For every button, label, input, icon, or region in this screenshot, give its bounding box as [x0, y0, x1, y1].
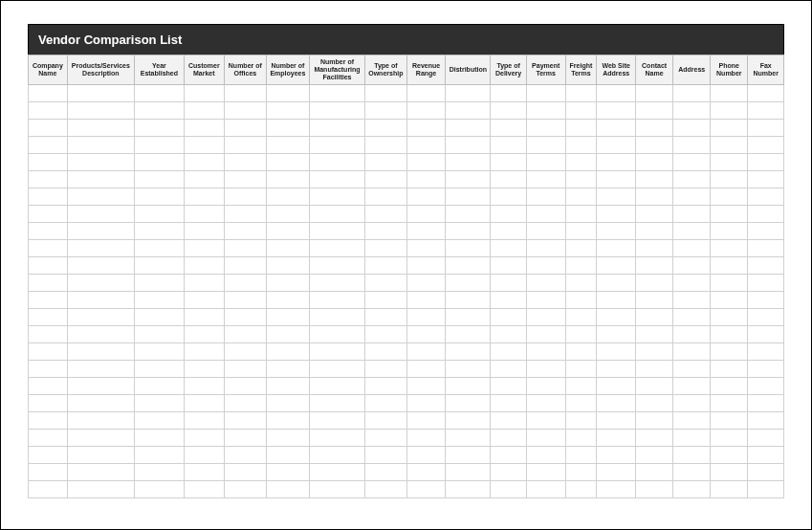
table-cell[interactable] [673, 395, 711, 412]
table-cell[interactable] [266, 240, 309, 257]
table-cell[interactable] [491, 257, 527, 275]
table-cell[interactable] [636, 206, 673, 223]
table-cell[interactable] [135, 361, 185, 378]
table-cell[interactable] [67, 378, 134, 395]
table-cell[interactable] [364, 326, 406, 343]
table-cell[interactable] [597, 361, 636, 378]
table-cell[interactable] [597, 292, 636, 309]
table-cell[interactable] [266, 292, 309, 309]
table-cell[interactable] [224, 412, 266, 430]
table-cell[interactable] [491, 378, 527, 395]
table-cell[interactable] [364, 309, 406, 326]
table-cell[interactable] [135, 481, 185, 498]
table-cell[interactable] [711, 85, 748, 102]
table-cell[interactable] [673, 309, 711, 326]
table-cell[interactable] [597, 481, 636, 498]
table-cell[interactable] [29, 309, 68, 326]
table-cell[interactable] [310, 481, 365, 498]
table-cell[interactable] [748, 481, 784, 498]
table-cell[interactable] [565, 412, 597, 430]
table-cell[interactable] [526, 102, 565, 120]
table-cell[interactable] [673, 292, 711, 309]
table-cell[interactable] [711, 120, 748, 137]
table-cell[interactable] [446, 343, 491, 361]
table-cell[interactable] [636, 85, 673, 102]
table-cell[interactable] [673, 137, 711, 154]
table-cell[interactable] [636, 171, 673, 188]
table-cell[interactable] [224, 137, 266, 154]
table-cell[interactable] [565, 240, 597, 257]
table-cell[interactable] [135, 447, 185, 464]
table-cell[interactable] [673, 361, 711, 378]
table-cell[interactable] [636, 257, 673, 275]
table-cell[interactable] [364, 154, 406, 171]
table-cell[interactable] [446, 85, 491, 102]
table-cell[interactable] [748, 412, 784, 430]
table-cell[interactable] [565, 309, 597, 326]
table-cell[interactable] [266, 188, 309, 206]
table-cell[interactable] [310, 188, 365, 206]
table-cell[interactable] [67, 361, 134, 378]
table-cell[interactable] [526, 206, 565, 223]
table-cell[interactable] [364, 137, 406, 154]
table-cell[interactable] [526, 240, 565, 257]
table-cell[interactable] [446, 120, 491, 137]
table-cell[interactable] [673, 240, 711, 257]
table-cell[interactable] [266, 85, 309, 102]
table-cell[interactable] [364, 206, 406, 223]
table-cell[interactable] [711, 292, 748, 309]
table-cell[interactable] [446, 102, 491, 120]
table-cell[interactable] [406, 430, 446, 447]
table-cell[interactable] [526, 292, 565, 309]
table-cell[interactable] [565, 85, 597, 102]
table-cell[interactable] [597, 430, 636, 447]
table-cell[interactable] [711, 464, 748, 481]
table-cell[interactable] [135, 464, 185, 481]
table-cell[interactable] [266, 309, 309, 326]
table-cell[interactable] [364, 464, 406, 481]
table-cell[interactable] [224, 223, 266, 240]
table-cell[interactable] [310, 137, 365, 154]
table-cell[interactable] [491, 464, 527, 481]
table-cell[interactable] [184, 481, 224, 498]
table-cell[interactable] [364, 430, 406, 447]
table-cell[interactable] [67, 223, 134, 240]
table-cell[interactable] [597, 120, 636, 137]
table-cell[interactable] [673, 481, 711, 498]
table-cell[interactable] [748, 292, 784, 309]
table-cell[interactable] [406, 240, 446, 257]
table-cell[interactable] [266, 378, 309, 395]
table-cell[interactable] [636, 361, 673, 378]
table-cell[interactable] [446, 292, 491, 309]
table-cell[interactable] [406, 326, 446, 343]
table-cell[interactable] [135, 171, 185, 188]
table-cell[interactable] [184, 206, 224, 223]
table-cell[interactable] [67, 464, 134, 481]
table-cell[interactable] [526, 378, 565, 395]
table-cell[interactable] [597, 85, 636, 102]
table-cell[interactable] [636, 447, 673, 464]
table-cell[interactable] [135, 257, 185, 275]
table-cell[interactable] [224, 430, 266, 447]
table-cell[interactable] [526, 85, 565, 102]
table-cell[interactable] [310, 154, 365, 171]
table-cell[interactable] [526, 464, 565, 481]
table-cell[interactable] [526, 412, 565, 430]
table-cell[interactable] [29, 326, 68, 343]
table-cell[interactable] [748, 137, 784, 154]
table-cell[interactable] [29, 430, 68, 447]
table-cell[interactable] [29, 102, 68, 120]
table-cell[interactable] [184, 309, 224, 326]
table-cell[interactable] [224, 309, 266, 326]
table-cell[interactable] [135, 378, 185, 395]
table-cell[interactable] [748, 464, 784, 481]
table-cell[interactable] [526, 395, 565, 412]
table-cell[interactable] [29, 171, 68, 188]
table-cell[interactable] [67, 481, 134, 498]
table-cell[interactable] [406, 120, 446, 137]
table-cell[interactable] [673, 257, 711, 275]
table-cell[interactable] [491, 154, 527, 171]
table-cell[interactable] [29, 343, 68, 361]
table-cell[interactable] [491, 395, 527, 412]
table-cell[interactable] [597, 257, 636, 275]
